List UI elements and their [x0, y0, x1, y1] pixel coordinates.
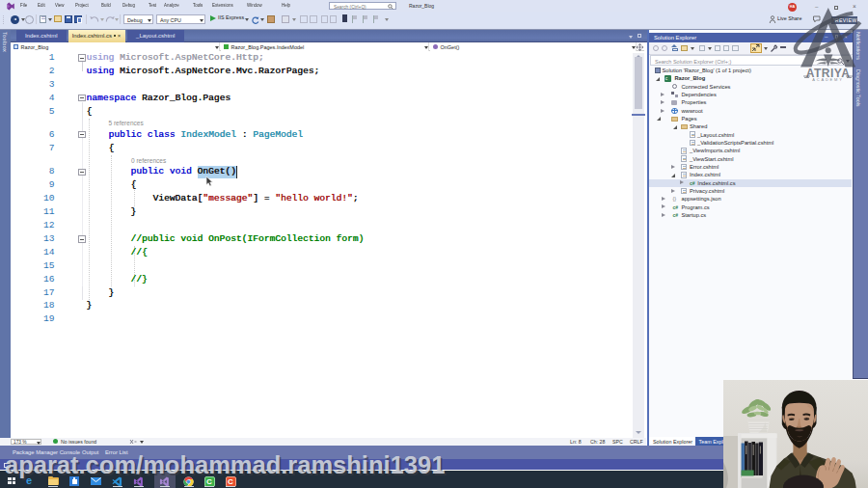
svg-text:ACADEMY: ACADEMY [812, 77, 843, 82]
